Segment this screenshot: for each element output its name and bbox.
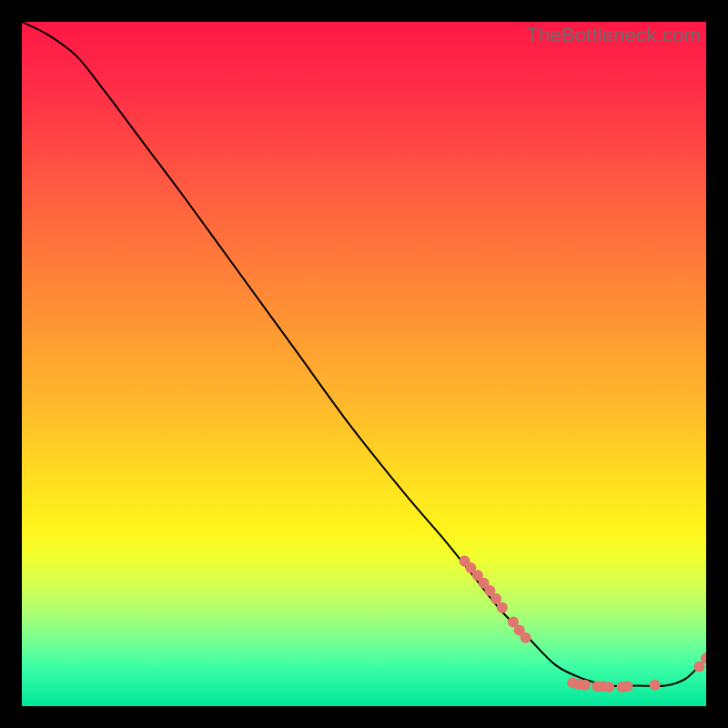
chart-stage: TheBottleneck.com — [0, 0, 728, 728]
marker-point — [650, 680, 661, 691]
plot-area: TheBottleneck.com — [22, 22, 706, 706]
chart-overlay — [22, 22, 706, 706]
marker-point — [603, 682, 614, 693]
marker-point — [580, 680, 591, 691]
marker-point — [520, 632, 531, 643]
marker-point — [497, 602, 508, 613]
watermark-text: TheBottleneck.com — [526, 24, 701, 47]
marker-point — [622, 681, 633, 692]
marker-point — [490, 593, 501, 604]
bottleneck-curve — [22, 22, 706, 686]
marker-points — [460, 556, 706, 693]
